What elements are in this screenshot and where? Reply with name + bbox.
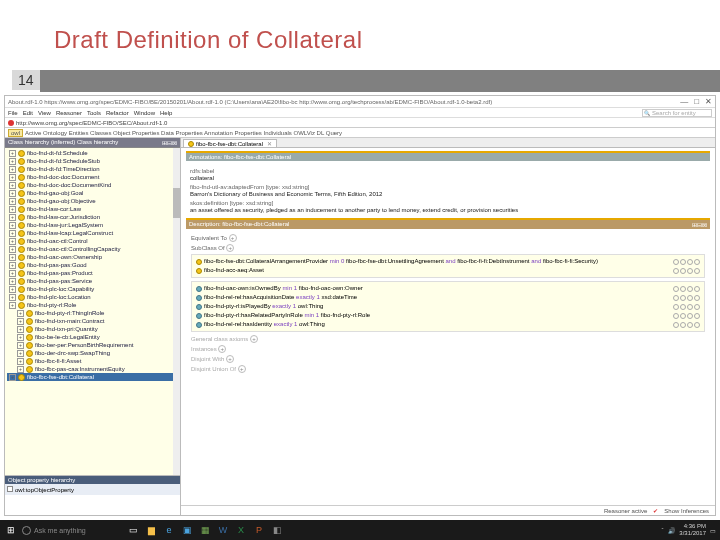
tree-node[interactable]: +fibo-fnd-law-cor:Jurisdiction (7, 213, 178, 221)
task-view-icon[interactable]: ▭ (126, 523, 140, 537)
disjoint-union-label: Disjoint Union Of + (191, 365, 705, 373)
app-icon-2[interactable]: ◧ (270, 523, 284, 537)
adaptedfrom-key: fibo-fnd-utl-av:adaptedFrom [type: xsd:s… (190, 184, 706, 190)
restriction-item[interactable]: fibo-fnd-rel-rel:hasAcquisitionDate exac… (196, 293, 700, 302)
slide-number: 14 (12, 70, 40, 90)
tree-node[interactable]: +fibo-ber-per:PersonBirthRequirement (7, 341, 178, 349)
tree-node[interactable]: +fibo-fnd-plc-loc:Location (7, 293, 178, 301)
clock[interactable]: 4:36 PM3/31/2017 (679, 523, 706, 537)
tree-node[interactable]: +fibo-fnd-pty-rl:ThingInRole (7, 309, 178, 317)
menu-help[interactable]: Help (160, 110, 172, 116)
subclass-label: SubClass Of + (191, 244, 705, 252)
subclass-anon-list: fibo-fnd-oac-own:isOwnedBy min 1 fibo-fn… (191, 281, 705, 332)
property-tree[interactable]: owl:topObjectProperty (5, 484, 180, 495)
menu-refactor[interactable]: Refactor (106, 110, 129, 116)
start-button[interactable]: ⊞ (4, 523, 18, 537)
close-button[interactable]: ✕ (705, 97, 712, 106)
tree-scrollbar[interactable] (173, 148, 180, 475)
tray-up-icon[interactable]: ˄ (661, 527, 664, 534)
add-instance-button[interactable]: + (218, 345, 226, 353)
panel-controls-icon[interactable]: ⊞⊟⊠ (692, 221, 707, 228)
add-axiom-button[interactable]: + (250, 335, 258, 343)
tree-node[interactable]: +fibo-fnd-law-lcap:LegalConstruct (7, 229, 178, 237)
app-icon-1[interactable]: ▦ (198, 523, 212, 537)
tree-node[interactable]: +fibo-fnd-txn-pri:Quantity (7, 325, 178, 333)
definition-key: skos:definition [type: xsd:string] (190, 200, 706, 206)
tree-node[interactable]: +fibo-fnd-dt-fd:TimeDirection (7, 165, 178, 173)
tree-node[interactable]: +fibo-fnd-oac-ctl:Control (7, 237, 178, 245)
tree-node[interactable]: +fibo-fnd-law-jur:LegalSystem (7, 221, 178, 229)
restriction-item[interactable]: fibo-fnd-oac-own:isOwnedBy min 1 fibo-fn… (196, 284, 700, 293)
tree-node[interactable]: +fibo-fbc-fi-fi:Asset (7, 357, 178, 365)
rdfslabel-key: rdfs:label (190, 168, 706, 174)
tree-node[interactable]: +fibo-fbc-pas-caa:InstrumentEquity (7, 365, 178, 373)
add-disjoint-union-button[interactable]: + (238, 365, 246, 373)
notifications-icon[interactable]: ▭ (710, 527, 716, 534)
maximize-button[interactable]: □ (694, 97, 699, 106)
show-inferences-toggle[interactable]: Show Inferences (664, 508, 709, 514)
add-equiv-button[interactable]: + (229, 234, 237, 242)
search-input[interactable]: Search for entity (642, 109, 712, 117)
instances-label: Instances + (191, 345, 705, 353)
tray-network-icon[interactable]: 🔊 (668, 527, 675, 534)
cortana-search[interactable]: Ask me anything (22, 526, 122, 535)
tree-node[interactable]: +fibo-fnd-doc-doc:DocumentKind (7, 181, 178, 189)
tree-node[interactable]: +fibo-fnd-oac-own:Ownership (7, 253, 178, 261)
tree-node[interactable]: +fibo-fbc-fse-dbt:Collateral (7, 373, 178, 381)
slide-title: Draft Definition of Collateral (0, 0, 720, 54)
tree-node[interactable]: +fibo-fnd-oac-ctl:ControllingCapacity (7, 245, 178, 253)
menu-tools[interactable]: Tools (87, 110, 101, 116)
menu-window[interactable]: Window (134, 110, 155, 116)
tree-node[interactable]: +fibo-fnd-pas-pas:Service (7, 277, 178, 285)
window-title: About.rdf-1.0 https://www.omg.org/spec/E… (8, 99, 680, 105)
tree-node[interactable]: +fibo-fnd-dt-fd:ScheduleStub (7, 157, 178, 165)
status-bar: Reasoner active ✔ Show Inferences (181, 505, 715, 515)
rdfslabel-value[interactable]: collateral (190, 175, 706, 181)
restriction-item[interactable]: fibo-fnd-pty-rl:isPlayedBy exactly 1 owl… (196, 302, 700, 311)
restriction-item[interactable]: fibo-fnd-pty-rl:hasRelatedPartyInRole mi… (196, 311, 700, 320)
view-tabs[interactable]: Active Ontology Entities Classes Object … (25, 130, 342, 136)
tree-node[interactable]: +fibo-fnd-gao-obj:Goal (7, 189, 178, 197)
menu-file[interactable]: File (8, 110, 18, 116)
inference-icon: ✔ (653, 507, 658, 514)
tree-node[interactable]: +fibo-be-le-cb:LegalEntity (7, 333, 178, 341)
add-subclass-button[interactable]: + (226, 244, 234, 252)
tree-node[interactable]: +fibo-fnd-pty-rl:Role (7, 301, 178, 309)
class-tree[interactable]: +fibo-fnd-dt-fd:Schedule+fibo-fnd-dt-fd:… (5, 148, 180, 475)
panel-menu-icon[interactable]: ⊞⊟⊠ (162, 139, 177, 146)
tree-node[interactable]: +fibo-fnd-plc-loc:Capability (7, 285, 178, 293)
store-icon[interactable]: ▣ (180, 523, 194, 537)
word-icon[interactable]: W (216, 523, 230, 537)
active-ontology-url[interactable]: http://www.omg.org/spec/EDMC-FIBO/SEC/Ab… (16, 120, 167, 126)
menu-edit[interactable]: Edit (23, 110, 33, 116)
folder-icon[interactable]: ▆ (144, 523, 158, 537)
excel-icon[interactable]: X (234, 523, 248, 537)
add-disjoint-button[interactable]: + (226, 355, 234, 363)
record-icon (8, 120, 14, 126)
close-tab-icon[interactable]: ✕ (267, 140, 272, 147)
edge-icon[interactable]: e (162, 523, 176, 537)
header-bar (40, 70, 720, 92)
adaptedfrom-value[interactable]: Barron's Dictionary of Business and Econ… (190, 191, 706, 197)
tree-node[interactable]: +fibo-fnd-gao-obj:Objective (7, 197, 178, 205)
restriction-item[interactable]: fibo-fnd-rel-rel:hasIdentity exactly 1 o… (196, 320, 700, 329)
general-axioms-label: General class axioms + (191, 335, 705, 343)
tree-node[interactable]: +fibo-fnd-pas-pas:Product (7, 269, 178, 277)
title-bar: About.rdf-1.0 https://www.omg.org/spec/E… (5, 96, 715, 108)
subclass-item[interactable]: fibo-fnd-acc-aeq:Asset (196, 266, 700, 275)
tree-node[interactable]: +fibo-fnd-law-cor:Law (7, 205, 178, 213)
powerpoint-icon[interactable]: P (252, 523, 266, 537)
menu-view[interactable]: View (38, 110, 51, 116)
detail-panel: fibo-fbc-fse-dbt:Collateral ✕ Annotation… (181, 138, 715, 515)
tree-node[interactable]: +fibo-fnd-dt-fd:Schedule (7, 149, 178, 157)
menu-reasoner[interactable]: Reasoner (56, 110, 82, 116)
minimize-button[interactable]: — (680, 97, 688, 106)
tree-node[interactable]: +fibo-fnd-pas-pas:Good (7, 261, 178, 269)
tree-node[interactable]: +fibo-fnd-doc-doc:Document (7, 173, 178, 181)
detail-tab-row: fibo-fbc-fse-dbt:Collateral ✕ (181, 138, 715, 148)
tree-node[interactable]: +fibo-fnd-txn-main:Contract (7, 317, 178, 325)
entity-tab[interactable]: fibo-fbc-fse-dbt:Collateral ✕ (183, 139, 277, 147)
tree-node[interactable]: +fibo-der-drc-swp:SwapThing (7, 349, 178, 357)
subclass-item[interactable]: fibo-fbc-fse-dbt:CollateralArrangementPr… (196, 257, 700, 266)
definition-value[interactable]: an asset offered as security, pledged as… (190, 207, 706, 213)
